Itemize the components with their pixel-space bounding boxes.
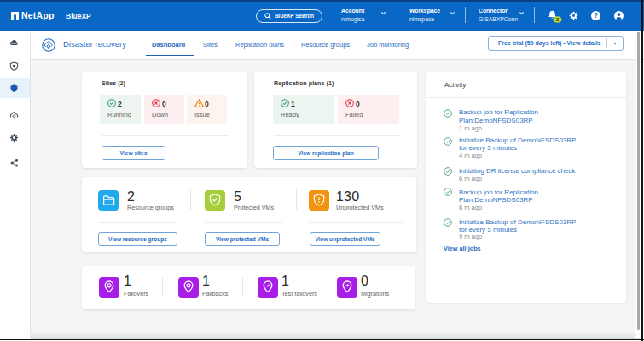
svg-text:3: 3 bbox=[556, 16, 560, 22]
svg-text:?: ? bbox=[594, 12, 598, 20]
